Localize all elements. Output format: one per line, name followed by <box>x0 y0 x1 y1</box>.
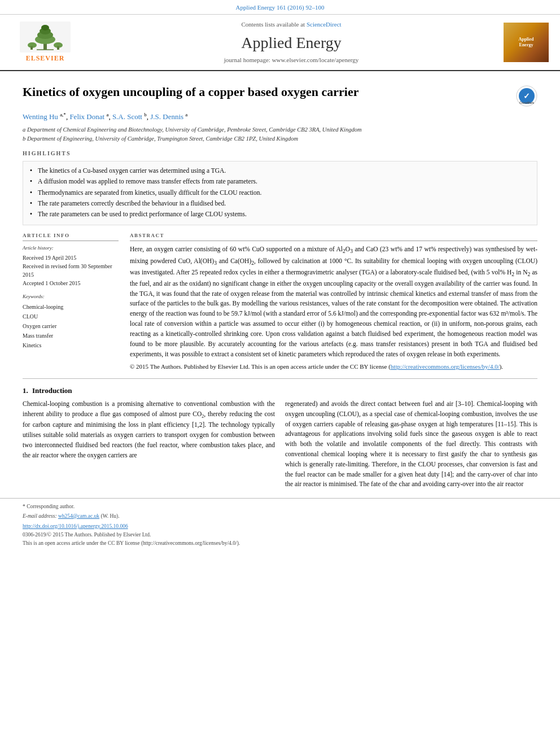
author-donat-sup: a <box>106 112 108 117</box>
affiliations: a Department of Chemical Engineering and… <box>23 125 537 143</box>
highlight-item-4: The rate parameters correctly described … <box>30 199 530 208</box>
issn-line: 0306-2619/© 2015 The Authors. Published … <box>23 531 537 539</box>
highlight-item-1: The kinetics of a Cu-based oxygen carrie… <box>30 166 530 175</box>
keywords-list: Chemical-looping CLOU Oxygen carrier Mas… <box>23 302 119 350</box>
crossmark-icon: ✓ CrossMark <box>516 85 537 107</box>
author-scott-sup: b <box>144 112 147 117</box>
copyright-text: © 2015 The Authors. Published by Elsevie… <box>130 362 537 371</box>
keyword-4: Mass transfer <box>23 331 119 340</box>
article-info-abstract-row: ARTICLE INFO Article history: Received 1… <box>23 232 537 372</box>
intro-section-title: 1. Introduction <box>23 386 537 396</box>
email-line: E-mail address: wh254@cam.ac.uk (W. Hu). <box>23 513 537 520</box>
article-title-text: Kinetics of oxygen uncoupling of a coppe… <box>23 84 358 101</box>
affiliation-b: b Department of Engineering, University … <box>23 134 537 143</box>
article-history-label: Article history: <box>23 244 119 252</box>
keyword-1: Chemical-looping <box>23 302 119 312</box>
journal-name: Applied Energy <box>88 32 495 54</box>
highlights-list: The kinetics of a Cu-based oxygen carrie… <box>30 166 530 218</box>
keyword-5: Kinetics <box>23 340 119 350</box>
svg-rect-9 <box>30 46 33 50</box>
email-link[interactable]: wh254@cam.ac.uk <box>58 513 99 519</box>
doi-line: http://dx.doi.org/10.1016/j.apenergy.201… <box>23 523 537 530</box>
journal-header: ELSEVIER Contents lists available at Sci… <box>0 15 560 71</box>
applied-energy-badge: AppliedEnergy <box>504 23 549 62</box>
corresponding-author-note: * Corresponding author. <box>23 503 537 510</box>
journal-homepage: journal homepage: www.elsevier.com/locat… <box>88 56 495 64</box>
svg-point-5 <box>41 25 49 30</box>
intro-body: Chemical-looping combustion is a promisi… <box>23 399 537 490</box>
elsevier-tree-icon <box>20 21 71 53</box>
contents-available-line: Contents lists available at ScienceDirec… <box>88 20 495 29</box>
intro-section-name: Introduction <box>32 386 72 395</box>
intro-col-left: Chemical-looping combustion is a promisi… <box>23 399 275 490</box>
author-dennis-sup: a <box>185 112 187 117</box>
author-hu: Wenting Hu <box>23 113 58 121</box>
highlight-item-2: A diffusion model was applied to remove … <box>30 177 530 186</box>
section-divider <box>23 378 537 379</box>
journal-title-area: Contents lists available at ScienceDirec… <box>88 20 495 64</box>
abstract-column: ABSTRACT Here, an oxygen carrier consist… <box>130 232 537 372</box>
highlights-box: The kinetics of a Cu-based oxygen carrie… <box>23 161 537 225</box>
sciencedirect-link[interactable]: ScienceDirect <box>307 21 342 28</box>
svg-rect-10 <box>57 46 59 50</box>
doi-link[interactable]: http://dx.doi.org/10.1016/j.apenergy.201… <box>23 523 128 529</box>
journal-citation: Applied Energy 161 (2016) 92–100 <box>236 4 325 11</box>
main-content: Kinetics of oxygen uncoupling of a coppe… <box>0 71 560 498</box>
keyword-2: CLOU <box>23 312 119 321</box>
footer-area: * Corresponding author. E-mail address: … <box>0 498 560 552</box>
highlights-label: HIGHLIGHTS <box>23 150 537 158</box>
keyword-3: Oxygen carrier <box>23 321 119 331</box>
author-scott: S.A. Scott <box>112 113 142 121</box>
article-info-label: ARTICLE INFO <box>23 232 119 242</box>
keywords-label: Keywords: <box>23 293 119 300</box>
journal-badge-area: AppliedEnergy <box>501 20 552 64</box>
open-access-line: This is an open access article under the… <box>23 540 537 547</box>
elsevier-logo: ELSEVIER <box>20 21 71 63</box>
elsevier-logo-area: ELSEVIER <box>8 20 82 64</box>
author-hu-sup: a,* <box>60 112 66 117</box>
received-date: Received 19 April 2015 <box>23 254 119 262</box>
intro-col-right: regenerated) and avoids the direct conta… <box>285 399 537 490</box>
cc-license-link[interactable]: http://creativecommons.org/licenses/by/4… <box>391 363 500 370</box>
author-donat: Felix Donat <box>69 113 104 121</box>
abstract-text: Here, an oxygen carrier consisting of 60… <box>130 244 537 359</box>
accepted-date: Accepted 1 October 2015 <box>23 279 119 287</box>
journal-top-bar: Applied Energy 161 (2016) 92–100 <box>0 0 560 15</box>
abstract-label: ABSTRACT <box>130 232 537 242</box>
highlight-item-3: Thermodynamics are separated from kineti… <box>30 188 530 197</box>
elsevier-wordmark: ELSEVIER <box>26 54 65 63</box>
article-info-column: ARTICLE INFO Article history: Received 1… <box>23 232 119 372</box>
intro-section-number: 1. <box>23 386 28 395</box>
highlight-item-5: The rate parameters can be used to predi… <box>30 209 530 219</box>
badge-text: AppliedEnergy <box>518 37 533 49</box>
affiliation-a: a Department of Chemical Engineering and… <box>23 125 537 134</box>
svg-text:CrossMark: CrossMark <box>519 101 534 104</box>
authors-line: Wenting Hu a,*, Felix Donat a, S.A. Scot… <box>23 111 537 123</box>
footer-dois: http://dx.doi.org/10.1016/j.apenergy.201… <box>23 523 537 548</box>
author-dennis: J.S. Dennis <box>150 113 183 121</box>
article-title-row: Kinetics of oxygen uncoupling of a coppe… <box>23 84 537 107</box>
svg-text:✓: ✓ <box>523 92 530 101</box>
received-revised-date: Received in revised form 30 September 20… <box>23 262 119 279</box>
